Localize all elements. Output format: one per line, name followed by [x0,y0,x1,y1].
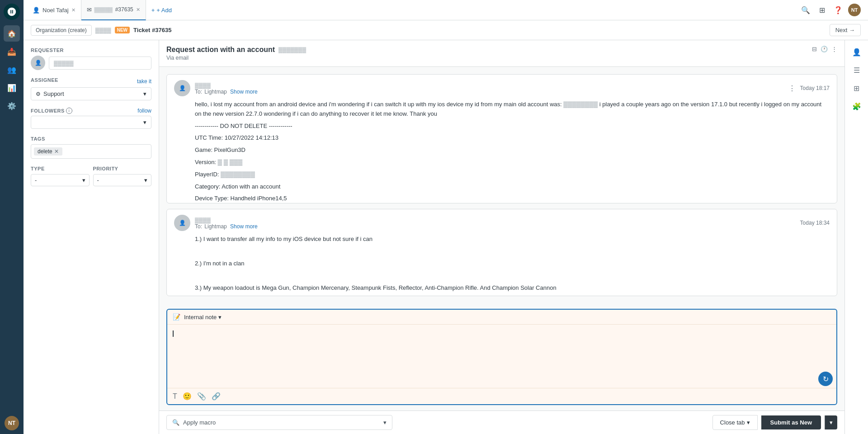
msg2-line2 [195,247,830,256]
tag-value: delete [38,148,52,155]
plus-icon: + [151,7,155,14]
app-logo[interactable] [4,4,20,20]
messages-area: 👤 ▓▓▓▓ To: Lightmap Show more [159,67,844,309]
tab-noel-close-icon[interactable]: ✕ [71,7,75,13]
msg1-show-more[interactable]: Show more [230,89,258,95]
tag-remove-icon[interactable]: ✕ [54,148,59,155]
msg2-time: Today 18:34 [800,220,830,226]
msg1-playerid: PlayerID: ▓▓▓▓▓▓▓▓ [195,170,830,179]
main-area: 👤 Noel Tafaj ✕ ✉ ▓▓▓▓▓ #37635 ✕ + + Add … [24,0,868,434]
nav-inbox-icon[interactable]: 📥 [4,43,20,60]
apply-macro-label: Apply macro [183,419,216,426]
breadcrumb-status-badge: NEW [115,27,130,33]
nav-settings-icon[interactable]: ⚙️ [4,98,20,114]
right-panel-person-icon[interactable]: 👤 [849,44,865,60]
more-options-icon[interactable]: ⋮ [831,46,837,52]
right-panel-puzzle-icon[interactable]: 🧩 [849,98,865,114]
ticket-main: Request action with an account ▓▓▓▓▓▓▓ V… [159,40,844,434]
priority-value: - [97,177,99,184]
breadcrumb-org[interactable]: Organization (create) [31,25,92,36]
requester-input[interactable]: ▓▓▓▓▓ [49,57,151,70]
apply-macro-button[interactable]: 🔍 Apply macro ▾ [166,415,392,430]
tab-ticket-label: ▓▓▓▓▓ [94,7,113,12]
link-icon[interactable]: 🔗 [212,392,221,401]
reply-type-button[interactable]: Internal note ▾ [184,314,222,321]
ticket-channel: Via email [166,55,306,61]
history-icon[interactable]: 🕐 [821,46,828,52]
right-panel-grid-icon[interactable]: ⊞ [849,80,865,96]
top-bar: 👤 Noel Tafaj ✕ ✉ ▓▓▓▓▓ #37635 ✕ + + Add … [24,0,868,20]
msg1-avatar: 👤 [174,80,190,96]
submit-button[interactable]: Submit as New [761,415,821,429]
close-tab-chevron-icon: ▾ [747,419,750,426]
followers-info-icon: i [66,108,72,114]
followers-label: Followers [31,108,65,113]
breadcrumb-separator: ▓▓▓▓ [95,27,111,33]
msg2-line6 [195,295,830,296]
attachment-icon[interactable]: 📎 [197,392,206,401]
msg1-more-icon[interactable]: ⋮ [788,84,796,93]
next-button[interactable]: Next → [830,24,861,36]
close-tab-button[interactable]: Close tab ▾ [712,415,758,430]
follow-link[interactable]: follow [137,108,151,114]
user-avatar[interactable]: NT [5,416,19,430]
search-icon[interactable]: 🔍 [799,4,812,16]
text-format-icon[interactable]: T [173,392,177,401]
tab-noel[interactable]: 👤 Noel Tafaj ✕ [27,0,81,20]
breadcrumb-bar: Organization (create) ▓▓▓▓ NEW Ticket #3… [24,20,868,40]
assignee-label: Assignee [31,77,58,83]
reply-type-chevron-icon: ▾ [218,314,222,321]
reply-editor[interactable] [167,325,836,370]
close-tab-label: Close tab [720,419,745,426]
msg1-time: Today 18:17 [800,85,830,91]
ticket-header-icons: ⊟ 🕐 ⋮ [812,46,837,52]
msg2-line1: 1.) I want to transfer all my info to my… [195,235,830,244]
requester-label: Requester [31,47,151,53]
msg2-line3: 2.) I'm not in a clan [195,259,830,269]
emoji-icon[interactable]: 🙂 [183,392,192,401]
msg1-to-value: Lightmap [204,89,226,95]
tab-ticket-close-icon[interactable]: ✕ [136,7,140,13]
assignee-value: Support [43,90,64,97]
nav-home-icon[interactable]: 🏠 [4,25,20,42]
ticket-id-blurred: ▓▓▓▓▓▓▓ [278,47,306,53]
submit-dropdown-button[interactable]: ▾ [825,415,837,429]
priority-select[interactable]: - ▾ [93,174,152,186]
refresh-button[interactable]: ↻ [818,372,833,386]
tags-section: Tags delete ✕ [31,136,151,159]
msg2-to-label: To: [195,223,202,230]
left-navigation: 🏠 📥 👥 📊 ⚙️ NT [0,0,24,434]
msg1-device: Device Type: Handheld iPhone14,5 [195,194,830,203]
tab-ticket[interactable]: ✉ ▓▓▓▓▓ #37635 ✕ [81,0,146,20]
reply-toolbar-top: 📝 Internal note ▾ [167,310,836,325]
msg1-body: hello, i lost my account from an android… [167,100,837,203]
followers-field[interactable]: ▾ [31,116,151,129]
help-icon[interactable]: ❓ [832,4,844,16]
priority-label: Priority [93,166,152,171]
user-menu-icon[interactable]: NT [848,4,861,16]
message-1: 👤 ▓▓▓▓ To: Lightmap Show more [166,74,837,203]
requester-blurred: ▓▓▓▓▓ [54,60,74,66]
tags-label: Tags [31,136,151,142]
assignee-field[interactable]: ⚙ Support ▾ [31,87,151,100]
nav-people-icon[interactable]: 👥 [4,61,20,78]
nav-reports-icon[interactable]: 📊 [4,80,20,96]
grid-icon[interactable]: ⊞ [816,4,828,16]
take-it-link[interactable]: take it [137,78,151,85]
followers-section: Followers i follow ▾ [31,108,151,129]
type-select[interactable]: - ▾ [31,174,90,186]
message-2: 👤 ▓▓▓▓ To: Lightmap Show more [166,209,837,296]
right-panel: 👤 ☰ ⊞ 🧩 [844,40,868,434]
msg2-sender: ▓▓▓▓ [195,217,796,223]
msg2-show-more[interactable]: Show more [230,223,258,230]
msg1-sender: ▓▓▓▓ [195,82,784,89]
reply-toolbar-bottom: T 🙂 📎 🔗 [167,388,836,404]
assignee-section: Assignee take it ⚙ Support ▾ [31,77,151,100]
requester-avatar: 👤 [31,56,45,70]
tab-add-button[interactable]: + + Add [146,7,177,14]
tags-container[interactable]: delete ✕ [31,144,151,159]
msg1-version: Version: ▓ ▓ ▓▓▓ [195,158,830,167]
msg1-game: Game: PixelGun3D [195,146,830,155]
filter-icon[interactable]: ⊟ [812,46,817,52]
right-panel-list-icon[interactable]: ☰ [849,62,865,78]
